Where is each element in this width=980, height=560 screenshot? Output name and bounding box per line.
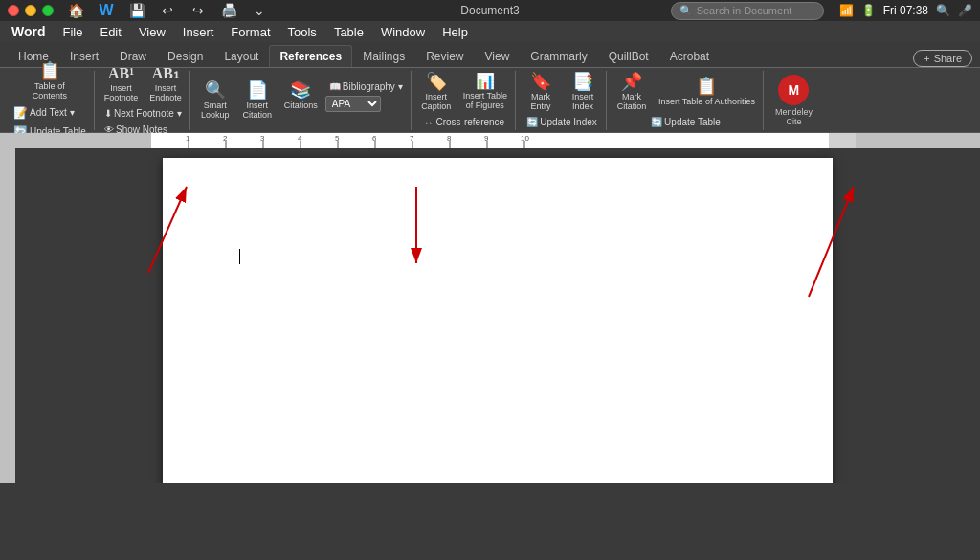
smart-lookup-button[interactable]: 🔍 SmartLookup <box>196 79 234 122</box>
update-toa-button[interactable]: 🔄 Update Table <box>647 115 724 129</box>
tab-mailings[interactable]: Mailings <box>352 45 415 67</box>
mark-entry-button[interactable]: 🔖 MarkEntry <box>522 71 560 113</box>
update-index-icon: 🔄 <box>526 117 538 127</box>
text-cursor <box>239 249 240 264</box>
insert-caption-icon: 🏷️ <box>426 73 447 90</box>
mark-citation-button[interactable]: 📌 MarkCitation <box>612 71 651 113</box>
next-footnote-button[interactable]: ⬇ Next Footnote ▾ <box>100 106 186 121</box>
svg-text:1: 1 <box>186 134 190 143</box>
cross-reference-button[interactable]: ↔ Cross-reference <box>419 115 508 130</box>
redo-icon[interactable]: ↪ <box>186 0 211 23</box>
title-bar-right: 🔍 Search in Document 📶 🔋 Fri 07:38 🔍 🎤 <box>671 2 972 20</box>
menu-format[interactable]: Format <box>223 23 278 41</box>
ruler-right-margin <box>856 133 980 148</box>
citations-button[interactable]: 📚 Citations <box>280 79 322 112</box>
time-display: Fri 07:38 <box>883 4 928 17</box>
undo-icon[interactable]: ↩ <box>155 0 180 23</box>
menu-file[interactable]: File <box>56 23 91 41</box>
mendeley-cite-button[interactable]: M MendeleyCite <box>769 73 818 128</box>
close-button[interactable] <box>8 5 19 16</box>
insert-citation-icon: 📄 <box>247 81 268 99</box>
share-plus-icon: + <box>924 53 929 64</box>
word-icon: W <box>94 0 119 23</box>
menu-table[interactable]: Table <box>326 23 371 41</box>
maximize-button[interactable] <box>42 5 54 16</box>
toa-group: 📌 MarkCitation 📋 Insert Table of Authori… <box>609 71 764 130</box>
svg-text:5: 5 <box>335 134 340 143</box>
menu-bar: Word File Edit View Insert Format Tools … <box>0 21 980 42</box>
tab-quillbot[interactable]: QuillBot <box>598 45 659 67</box>
add-text-button[interactable]: 📝 Add Text ▾ <box>10 104 90 122</box>
document-area[interactable] <box>15 148 980 483</box>
next-footnote-icon: ⬇ <box>104 108 112 119</box>
mendeley-label: MendeleyCite <box>775 107 813 126</box>
citations-group: 🔍 SmartLookup 📄 InsertCitation 📚 Citatio… <box>192 71 412 130</box>
bibliography-icon: 📖 <box>329 81 341 92</box>
update-index-button[interactable]: 🔄 Update Index <box>523 115 601 129</box>
wifi-icon: 📶 <box>839 4 854 17</box>
menu-view[interactable]: View <box>131 23 173 41</box>
svg-text:6: 6 <box>372 134 377 143</box>
home-icon[interactable]: 🏠 <box>63 0 88 23</box>
insert-table-figures-button[interactable]: 📊 Insert Tableof Figures <box>459 72 511 112</box>
ruler: // Will be drawn inline below 1 2 3 4 5 <box>0 133 980 148</box>
tab-references[interactable]: References <box>269 45 352 67</box>
ruler-left-margin <box>0 133 151 148</box>
menu-window[interactable]: Window <box>373 23 433 41</box>
insert-index-icon: 📑 <box>572 73 593 90</box>
citations-icon: 📚 <box>290 81 311 99</box>
main-area <box>0 148 980 483</box>
left-ruler <box>0 148 15 483</box>
bibliography-button[interactable]: 📖 Bibliography ▾ <box>325 79 407 94</box>
mendeley-group: M MendeleyCite <box>766 71 822 130</box>
svg-text:9: 9 <box>484 134 489 143</box>
insert-citation-button[interactable]: 📄 InsertCitation <box>238 79 277 122</box>
insert-footnote-button[interactable]: AB¹ InsertFootnote <box>100 64 143 104</box>
tab-grammarly[interactable]: Grammarly <box>520 45 597 67</box>
insert-toa-icon: 📋 <box>696 78 717 95</box>
add-text-icon: 📝 <box>13 106 28 120</box>
toc-icon: 📋 <box>39 62 60 79</box>
mark-citation-icon: 📌 <box>621 73 642 90</box>
ribbon: Home Insert Draw Design Layout Reference… <box>0 42 980 133</box>
menu-help[interactable]: Help <box>434 23 476 41</box>
battery-icon: 🔋 <box>861 4 876 17</box>
toc-button[interactable]: 📋 Table ofContents <box>29 60 71 102</box>
mark-entry-icon: 🔖 <box>530 73 551 90</box>
document-title: Document3 <box>460 4 519 17</box>
insert-toa-button[interactable]: 📋 Insert Table of Authorities <box>655 76 759 108</box>
insert-caption-button[interactable]: 🏷️ InsertCaption <box>417 71 456 113</box>
menu-edit[interactable]: Edit <box>92 23 128 41</box>
insert-endnote-button[interactable]: AB₁ InsertEndnote <box>145 64 186 104</box>
ribbon-content: 📋 Table ofContents 📝 Add Text ▾ 🔄 Update… <box>0 67 980 132</box>
citation-style-select[interactable]: APA MLA Chicago <box>325 96 381 112</box>
siri-icon[interactable]: 🎤 <box>958 4 972 17</box>
menu-word[interactable]: Word <box>4 22 54 41</box>
insert-endnote-icon: AB₁ <box>152 66 180 81</box>
share-button[interactable]: + Share <box>913 50 972 67</box>
tab-acrobat[interactable]: Acrobat <box>659 45 720 67</box>
minimize-button[interactable] <box>25 5 36 16</box>
insert-table-figures-icon: 📊 <box>476 74 495 89</box>
traffic-lights <box>8 5 54 16</box>
tab-layout[interactable]: Layout <box>213 45 269 67</box>
tab-view[interactable]: View <box>475 45 521 67</box>
document-page[interactable] <box>163 158 833 483</box>
cross-reference-icon: ↔ <box>423 117 434 128</box>
tab-review[interactable]: Review <box>415 45 474 67</box>
insert-footnote-icon: AB¹ <box>108 66 134 81</box>
more-icon[interactable]: ⌄ <box>247 0 272 23</box>
insert-index-button[interactable]: 📑 InsertIndex <box>564 71 602 113</box>
search-icon-top[interactable]: 🔍 <box>936 4 950 17</box>
print-icon[interactable]: 🖨️ <box>216 0 241 23</box>
menu-tools[interactable]: Tools <box>280 23 324 41</box>
captions-group: 🏷️ InsertCaption 📊 Insert Tableof Figure… <box>413 71 516 130</box>
update-toa-icon: 🔄 <box>651 117 662 127</box>
svg-text:10: 10 <box>521 134 529 143</box>
smart-lookup-icon: 🔍 <box>205 81 226 99</box>
svg-text:4: 4 <box>298 134 302 143</box>
search-bar[interactable]: 🔍 Search in Document <box>671 2 824 20</box>
menu-insert[interactable]: Insert <box>175 23 222 41</box>
save-icon[interactable]: 💾 <box>124 0 149 23</box>
svg-text:2: 2 <box>223 134 228 143</box>
